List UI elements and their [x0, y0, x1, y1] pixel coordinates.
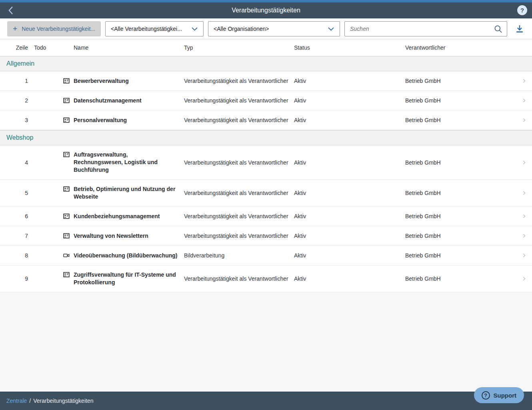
row-status: Aktiv — [294, 117, 405, 124]
breadcrumb-link-zentrale[interactable]: Zentrale — [6, 398, 27, 404]
row-type: Verarbeitungstätigkeit als Verantwortlic… — [184, 232, 294, 239]
row-status: Aktiv — [294, 232, 405, 239]
row-status: Aktiv — [294, 275, 405, 282]
chevron-right-icon — [516, 233, 532, 239]
table-row[interactable]: 9 Zugriffsverwaltung für IT-Systeme und … — [0, 265, 532, 292]
chevron-right-icon — [516, 213, 532, 219]
chevron-right-icon — [516, 98, 532, 103]
search-icon — [494, 25, 503, 34]
row-name: Auftragsverwaltung, Rechnungswesen, Logi… — [74, 151, 178, 174]
table-row[interactable]: 5 Betrieb, Optimierung und Nutzung der W… — [0, 180, 532, 207]
row-responsible: Betrieb GmbH — [405, 159, 516, 166]
row-number: 3 — [0, 117, 28, 123]
row-name: Kundenbeziehungsmanagement — [74, 213, 160, 220]
table-row[interactable]: 8 Videoüberwachung (Bildüberwachung) Bil… — [0, 246, 532, 265]
back-button[interactable] — [6, 5, 16, 16]
row-type: Verarbeitungstätigkeit als Verantwortlic… — [184, 77, 294, 84]
row-responsible: Betrieb GmbH — [405, 189, 516, 197]
row-type: Verarbeitungstätigkeit als Verantwortlic… — [184, 117, 294, 124]
row-number: 8 — [0, 252, 28, 259]
chevron-down-icon — [191, 26, 198, 31]
row-name: Datenschutzmanagement — [74, 97, 142, 105]
row-status: Aktiv — [294, 97, 405, 104]
group-header-webshop: Webshop — [0, 130, 532, 145]
download-button[interactable] — [513, 21, 526, 36]
row-responsible: Betrieb GmbH — [405, 232, 516, 239]
row-responsible: Betrieb GmbH — [405, 97, 516, 104]
chevron-right-icon — [516, 78, 532, 84]
row-responsible: Betrieb GmbH — [405, 77, 516, 84]
search-input[interactable] — [345, 22, 507, 36]
column-header-status: Status — [294, 44, 405, 51]
row-number: 7 — [0, 233, 28, 239]
filter-type-dropdown[interactable]: <Alle Verarbeitungstätigkei... — [105, 21, 204, 36]
question-mark-icon: ? — [520, 7, 524, 14]
help-button[interactable]: ? — [517, 5, 527, 15]
row-status: Aktiv — [294, 77, 405, 84]
table-row[interactable]: 2 Datenschutzmanagement Verarbeitungstät… — [0, 91, 532, 111]
chevron-right-icon — [516, 160, 532, 165]
contact-card-icon — [63, 151, 70, 158]
content-filler — [0, 292, 532, 392]
row-type: Verarbeitungstätigkeit als Verantwortlic… — [184, 213, 294, 220]
new-processing-activity-button[interactable]: Neue Verarbeitungstätigkeit... — [7, 21, 101, 36]
column-header-todo: Todo — [28, 44, 58, 51]
chevron-left-icon — [8, 6, 14, 15]
download-icon — [515, 24, 524, 33]
filter-organisation-value: <Alle Organisationen> — [214, 26, 269, 32]
row-number: 2 — [0, 97, 28, 104]
row-name: Verwaltung von Newslettern — [74, 232, 148, 240]
row-number: 5 — [0, 190, 28, 196]
table-row[interactable]: 7 Verwaltung von Newslettern Verarbeitun… — [0, 226, 532, 246]
row-type: Bildverarbeitung — [184, 252, 294, 259]
row-number: 1 — [0, 78, 28, 84]
table-row[interactable]: 3 Personalverwaltung Verarbeitungstätigk… — [0, 111, 532, 130]
chevron-right-icon — [516, 117, 532, 123]
app-header: Verarbeitungstätigkeiten ? — [0, 2, 532, 18]
breadcrumb-separator: / — [29, 398, 31, 404]
contact-card-icon — [63, 213, 70, 219]
group-label: Webshop — [6, 134, 33, 141]
row-status: Aktiv — [294, 189, 405, 197]
contact-card-icon — [63, 78, 70, 84]
table-header-row: Zeile Todo Name Typ Status Verantwortlic… — [0, 39, 532, 56]
row-name: Videoüberwachung (Bildüberwachung) — [74, 252, 178, 259]
group-header-allgemein: Allgemein — [0, 56, 532, 71]
table-row[interactable]: 1 Bewerberverwaltung Verarbeitungstätigk… — [0, 71, 532, 91]
filter-organisation-dropdown[interactable]: <Alle Organisationen> — [208, 21, 340, 36]
row-name: Betrieb, Optimierung und Nutzung der Web… — [74, 185, 178, 201]
row-type: Verarbeitungstätigkeit als Verantwortlic… — [184, 275, 294, 282]
contact-card-icon — [63, 117, 70, 123]
toolbar: Neue Verarbeitungstätigkeit... <Alle Ver… — [0, 18, 532, 39]
row-name: Bewerberverwaltung — [74, 77, 129, 85]
table-row[interactable]: 6 Kundenbeziehungsmanagement Verarbeitun… — [0, 207, 532, 226]
row-responsible: Betrieb GmbH — [405, 275, 516, 282]
support-button[interactable]: ? Support — [474, 387, 524, 403]
column-header-typ: Typ — [184, 44, 294, 51]
row-type: Verarbeitungstätigkeit als Verantwortlic… — [184, 97, 294, 104]
row-number: 4 — [0, 159, 28, 166]
column-header-verantwortlicher: Verantwortlicher — [405, 44, 516, 51]
plus-icon — [13, 25, 17, 32]
filter-type-value: <Alle Verarbeitungstätigkei... — [111, 26, 182, 32]
chevron-right-icon — [516, 276, 532, 281]
chevron-right-icon — [516, 190, 532, 196]
row-responsible: Betrieb GmbH — [405, 213, 516, 220]
search-box — [344, 21, 507, 36]
row-type: Verarbeitungstätigkeit als Verantwortlic… — [184, 159, 294, 166]
table-row[interactable]: 4 Auftragsverwaltung, Rechnungswesen, Lo… — [0, 145, 532, 180]
row-status: Aktiv — [294, 252, 405, 259]
contact-card-icon — [63, 233, 70, 239]
column-header-name: Name — [58, 44, 184, 51]
chevron-down-icon — [328, 26, 334, 31]
video-camera-icon — [63, 252, 70, 259]
contact-card-icon — [63, 271, 70, 278]
row-type: Verarbeitungstätigkeit als Verantwortlic… — [184, 189, 294, 197]
new-button-label: Neue Verarbeitungstätigkeit... — [22, 26, 95, 32]
breadcrumb-current: Verarbeitungstätigkeiten — [33, 398, 93, 404]
row-number: 6 — [0, 213, 28, 219]
row-responsible: Betrieb GmbH — [405, 117, 516, 124]
search-button[interactable] — [494, 25, 503, 34]
row-name: Zugriffsverwaltung für IT-Systeme und Pr… — [74, 271, 178, 286]
row-name: Personalverwaltung — [74, 117, 127, 124]
